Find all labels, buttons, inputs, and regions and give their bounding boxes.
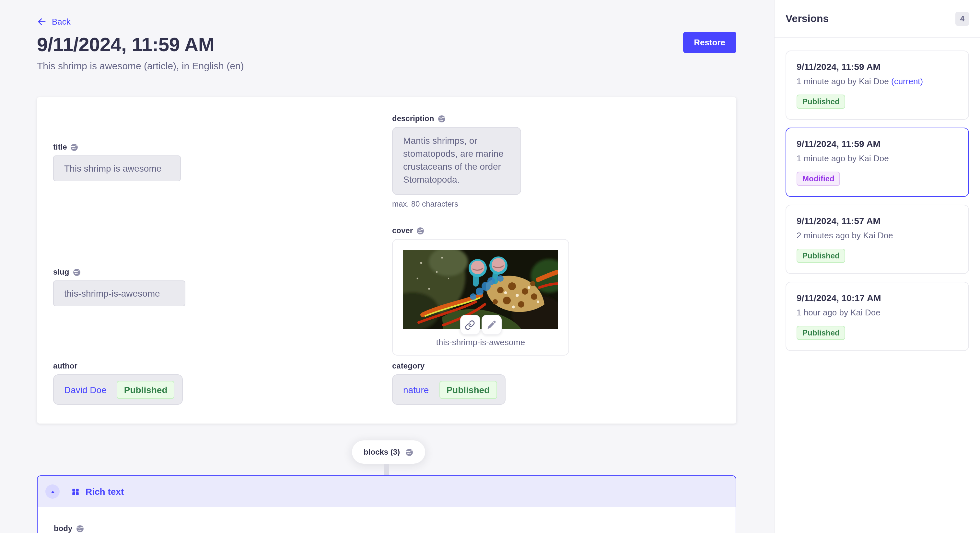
body-label: body (54, 524, 72, 533)
version-meta: 1 minute ago by Kai Doe (current) (797, 76, 958, 86)
author-relation-box: David Doe Published (53, 374, 183, 405)
blocks-label: blocks (3) (364, 447, 400, 457)
category-link[interactable]: nature (403, 384, 429, 395)
slug-label: slug (53, 268, 69, 276)
version-date: 9/11/2024, 11:59 AM (797, 139, 958, 149)
cover-copy-link-button[interactable] (460, 315, 480, 335)
version-meta: 1 hour ago by Kai Doe (797, 308, 958, 317)
rich-text-title: Rich text (86, 486, 124, 497)
field-title: title (53, 143, 181, 181)
version-meta: 2 minutes ago by Kai Doe (797, 230, 958, 240)
cover-actions (460, 315, 501, 335)
title-label: title (53, 143, 67, 152)
category-relation-box: nature Published (392, 374, 506, 405)
link-icon (465, 320, 475, 330)
rich-text-header: Rich text (38, 476, 736, 507)
version-status-badge: Published (797, 249, 845, 263)
version-meta-text: 1 minute ago by Kai Doe (797, 154, 889, 163)
main-content: Back 9/11/2024, 11:59 AM Restore This sh… (0, 0, 773, 533)
rich-text-body: body (38, 507, 736, 533)
cover-caption: this-shrimp-is-awesome (403, 338, 558, 347)
field-author: author David Doe Published (53, 362, 183, 405)
globe-icon (72, 268, 81, 276)
version-card[interactable]: 9/11/2024, 11:57 AM 2 minutes ago by Kai… (786, 205, 969, 274)
version-card[interactable]: 9/11/2024, 11:59 AM 1 minute ago by Kai … (786, 51, 969, 120)
version-card[interactable]: 9/11/2024, 10:17 AM 1 hour ago by Kai Do… (786, 282, 969, 351)
blocks-field-toggle[interactable]: blocks (3) (352, 440, 425, 464)
field-category: category nature Published (392, 362, 506, 405)
description-textarea[interactable]: Mantis shrimps, or stomatopods, are mari… (392, 127, 521, 195)
collapse-toggle-button[interactable] (45, 484, 60, 499)
back-link[interactable]: Back (37, 0, 71, 27)
version-card-selected[interactable]: 9/11/2024, 11:59 AM 1 minute ago by Kai … (786, 128, 969, 197)
back-arrow-icon (37, 17, 47, 27)
chevron-up-icon (49, 489, 56, 495)
cover-media (403, 250, 558, 329)
author-label: author (53, 362, 78, 370)
field-slug: slug (53, 268, 185, 306)
field-cover: cover (392, 226, 569, 355)
versions-count-badge: 4 (956, 11, 969, 25)
version-form-card: description Mantis shrimps, or stomatopo… (37, 97, 736, 424)
page-subtitle: This shrimp is awesome (article), in Eng… (37, 60, 736, 71)
category-status-badge: Published (439, 381, 497, 399)
version-meta-text: 1 hour ago by Kai Doe (797, 308, 880, 317)
globe-icon (75, 524, 84, 533)
cover-label: cover (392, 226, 413, 235)
cover-card: this-shrimp-is-awesome (392, 239, 569, 355)
page-title: 9/11/2024, 11:59 AM (37, 32, 214, 58)
globe-icon (70, 143, 79, 151)
restore-button[interactable]: Restore (683, 32, 736, 53)
page: Back 9/11/2024, 11:59 AM Restore This sh… (0, 0, 980, 533)
version-date: 9/11/2024, 11:57 AM (797, 216, 958, 226)
versions-sidebar: Versions 4 9/11/2024, 11:59 AM 1 minute … (774, 0, 980, 533)
version-meta: 1 minute ago by Kai Doe (797, 154, 958, 163)
globe-icon (405, 448, 414, 456)
back-label: Back (52, 17, 71, 27)
cover-edit-button[interactable] (481, 315, 501, 335)
rich-text-block: Rich text body (37, 475, 736, 533)
version-status-badge: Published (797, 95, 845, 109)
version-status-badge: Modified (797, 171, 840, 186)
author-status-badge: Published (117, 381, 175, 399)
pencil-icon (487, 320, 496, 330)
component-grid-icon (71, 487, 80, 496)
version-date: 9/11/2024, 10:17 AM (797, 293, 958, 303)
title-input[interactable] (53, 155, 181, 181)
author-link[interactable]: David Doe (64, 384, 107, 395)
versions-list: 9/11/2024, 11:59 AM 1 minute ago by Kai … (775, 38, 980, 364)
category-label: category (392, 362, 425, 370)
version-current-tag: (current) (891, 76, 923, 86)
slug-input[interactable] (53, 281, 185, 306)
description-hint: max. 80 characters (392, 200, 521, 209)
version-meta-text: 2 minutes ago by Kai Doe (797, 230, 893, 240)
blocks-connector (384, 464, 389, 475)
field-description: description Mantis shrimps, or stomatopo… (392, 114, 521, 209)
description-label: description (392, 114, 434, 123)
version-date: 9/11/2024, 11:59 AM (797, 62, 958, 72)
version-status-badge: Published (797, 326, 845, 340)
globe-icon (437, 114, 445, 123)
globe-icon (416, 226, 425, 235)
version-meta-text: 1 minute ago by Kai Doe (797, 76, 889, 86)
versions-title: Versions (786, 13, 829, 24)
versions-header: Versions 4 (775, 0, 980, 38)
